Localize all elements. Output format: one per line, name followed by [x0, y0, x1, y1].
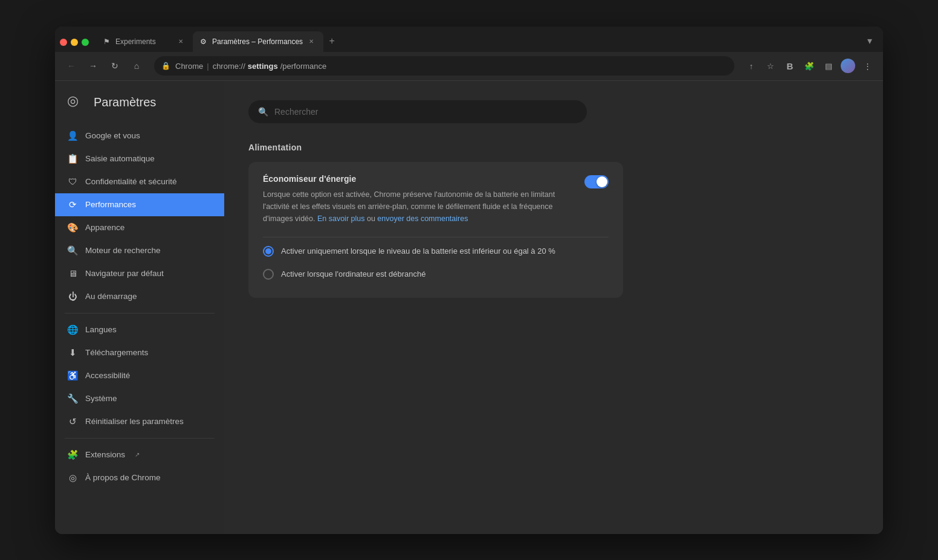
tab-parametres-performances[interactable]: ⚙ Paramètres – Performances ✕	[193, 31, 323, 52]
settings-tab-close[interactable]: ✕	[306, 37, 316, 47]
shield-icon: 🔒	[161, 62, 170, 70]
close-button[interactable]	[60, 39, 67, 46]
sidebar-label-apparence: Apparence	[85, 223, 125, 232]
settings-title: Paramètres	[94, 95, 156, 109]
languages-icon: 🌐	[67, 324, 78, 335]
search-bar[interactable]: 🔍 Rechercher	[248, 100, 587, 123]
section-title-alimentation: Alimentation	[248, 143, 859, 152]
default-browser-icon: 🖥	[67, 268, 78, 279]
new-tab-button[interactable]: +	[323, 33, 340, 50]
back-icon: ←	[67, 61, 76, 71]
browser-window: ⚑ Experiments ✕ ⚙ Paramètres – Performan…	[55, 27, 883, 534]
radio-battery-20-inner	[265, 248, 271, 254]
tab-experiments[interactable]: ⚑ Experiments ✕	[96, 31, 193, 52]
search-placeholder: Rechercher	[274, 107, 318, 117]
tab-dropdown-button[interactable]: ▾	[861, 33, 878, 50]
user-avatar	[841, 59, 855, 73]
forward-icon: →	[89, 61, 97, 71]
sidebar-label-moteur-recherche: Moteur de recherche	[85, 246, 161, 255]
content-area: 🔍 Rechercher Alimentation Économiseur d'…	[224, 81, 883, 534]
sidebar-item-saisie-automatique[interactable]: 📋 Saisie automatique	[55, 147, 224, 170]
bookmark-icon: ☆	[767, 62, 774, 71]
home-button[interactable]: ⌂	[128, 57, 146, 75]
sidebar-icon: ▤	[825, 62, 832, 71]
person-icon: 👤	[67, 130, 78, 141]
energy-saver-toggle[interactable]	[584, 175, 609, 188]
avatar-button[interactable]	[839, 57, 856, 74]
extensions-sidebar-icon: 🧩	[67, 449, 78, 460]
sidebar-label-langues: Langues	[85, 325, 117, 334]
sidebar-label-saisie-automatique: Saisie automatique	[85, 154, 155, 163]
radio-battery-20-outer	[263, 246, 274, 257]
settings-tab-label: Paramètres – Performances	[212, 37, 303, 46]
sidebar-label-a-propos: À propos de Chrome	[85, 473, 161, 482]
minimize-button[interactable]	[71, 39, 78, 46]
puzzle-icon: 🧩	[804, 62, 814, 71]
downloads-icon: ⬇	[67, 347, 78, 358]
external-link-icon: ↗	[135, 451, 140, 458]
accessibility-icon: ♿	[67, 370, 78, 381]
traffic-lights	[60, 39, 89, 52]
experiments-tab-label: Experiments	[115, 37, 172, 46]
maximize-button[interactable]	[82, 39, 89, 46]
sidebar-label-extensions: Extensions	[85, 450, 125, 459]
sidebar-item-langues[interactable]: 🌐 Langues	[55, 318, 224, 341]
more-icon: ⋮	[864, 62, 872, 71]
refresh-button[interactable]: ↻	[106, 57, 124, 75]
bookmark-button[interactable]: ☆	[762, 57, 779, 74]
search-engine-icon: 🔍	[67, 245, 78, 256]
sidebar-item-accessibilite[interactable]: ♿ Accessibilité	[55, 364, 224, 387]
sidebar-item-demarrage[interactable]: ⏻ Au démarrage	[55, 285, 224, 308]
refresh-icon: ↻	[111, 61, 118, 71]
send-feedback-link[interactable]: envoyer des commentaires	[377, 214, 468, 223]
system-icon: 🔧	[67, 393, 78, 404]
share-icon: ↑	[749, 62, 754, 71]
radio-unplugged[interactable]: Activer lorsque l'ordinateur est débranc…	[263, 263, 609, 286]
sidebar-divider-1	[65, 313, 215, 314]
sidebar-button[interactable]: ▤	[820, 57, 837, 74]
performance-icon: ⟳	[67, 199, 78, 210]
main-content: ◎ Paramètres 👤 Google et vous 📋 Saisie a…	[55, 81, 883, 534]
or-separator: ou	[367, 214, 377, 223]
share-button[interactable]: ↑	[743, 57, 760, 74]
sidebar-item-systeme[interactable]: 🔧 Système	[55, 387, 224, 410]
search-icon: 🔍	[258, 107, 268, 117]
learn-more-link[interactable]: En savoir plus	[317, 214, 365, 223]
sidebar-item-extensions[interactable]: 🧩 Extensions ↗	[55, 443, 224, 466]
sidebar-item-moteur-recherche[interactable]: 🔍 Moteur de recherche	[55, 239, 224, 262]
puzzle-button[interactable]: 🧩	[801, 57, 818, 74]
nav-right-icons: ↑ ☆ B 🧩 ▤ ⋮	[743, 57, 876, 74]
autofill-icon: 📋	[67, 153, 78, 164]
sidebar-item-navigateur-defaut[interactable]: 🖥 Navigateur par défaut	[55, 262, 224, 285]
title-bar: ⚑ Experiments ✕ ⚙ Paramètres – Performan…	[55, 27, 883, 52]
back-button[interactable]: ←	[62, 57, 80, 75]
sidebar-item-a-propos[interactable]: ◎ À propos de Chrome	[55, 466, 224, 489]
extensions-button[interactable]: B	[781, 57, 798, 74]
sidebar-item-apparence[interactable]: 🎨 Apparence	[55, 216, 224, 239]
shield-privacy-icon: 🛡	[67, 176, 78, 187]
sidebar: ◎ Paramètres 👤 Google et vous 📋 Saisie a…	[55, 81, 224, 534]
startup-icon: ⏻	[67, 291, 78, 302]
address-url-prefix: chrome://	[213, 62, 245, 71]
address-brand: Chrome	[175, 62, 203, 71]
card-description: Lorsque cette option est activée, Chrome…	[263, 188, 575, 225]
radio-divider	[263, 237, 609, 237]
radio-unplugged-outer	[263, 269, 274, 280]
sidebar-item-confidentialite[interactable]: 🛡 Confidentialité et sécurité	[55, 170, 224, 193]
sidebar-item-telechargements[interactable]: ⬇ Téléchargements	[55, 341, 224, 364]
experiments-tab-close[interactable]: ✕	[176, 37, 186, 47]
card-title: Économiseur d'énergie	[263, 174, 575, 184]
sidebar-item-performances[interactable]: ⟳ Performances	[55, 193, 224, 216]
radio-battery-20[interactable]: Activer uniquement lorsque le niveau de …	[263, 240, 609, 263]
nav-bar: ← → ↻ ⌂ 🔒 Chrome | chrome://settings/per…	[55, 52, 883, 81]
sidebar-label-google-et-vous: Google et vous	[85, 131, 140, 140]
settings-header: ◎ Paramètres	[55, 93, 224, 124]
sidebar-item-google-et-vous[interactable]: 👤 Google et vous	[55, 124, 224, 147]
sidebar-label-performances: Performances	[85, 200, 136, 209]
more-button[interactable]: ⋮	[859, 57, 876, 74]
forward-button[interactable]: →	[84, 57, 102, 75]
address-bar[interactable]: 🔒 Chrome | chrome://settings/performance	[154, 56, 734, 76]
sidebar-label-navigateur-defaut: Navigateur par défaut	[85, 269, 164, 278]
address-text: Chrome | chrome://settings/performance	[175, 62, 326, 71]
sidebar-item-reinitialiser[interactable]: ↺ Réinitialiser les paramètres	[55, 410, 224, 433]
